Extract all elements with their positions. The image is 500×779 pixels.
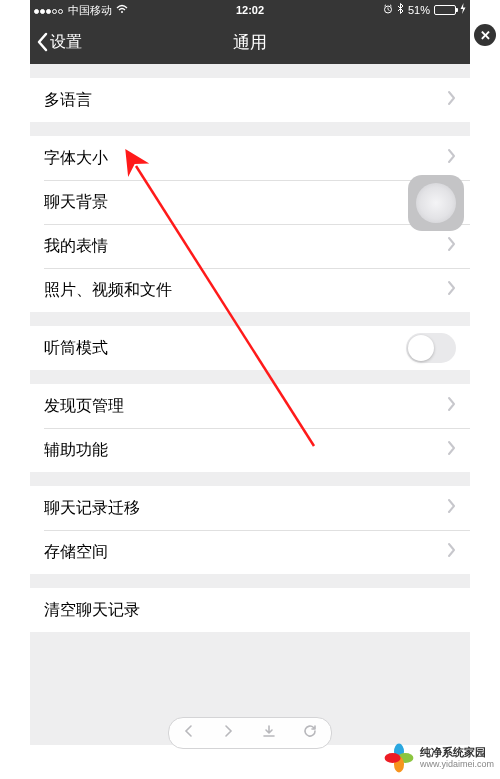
settings-row[interactable]: 发现页管理 [30,384,470,428]
settings-row-label: 聊天记录迁移 [44,498,447,519]
settings-row-label: 聊天背景 [44,192,447,213]
watermark-title: 纯净系统家园 [420,746,494,758]
alarm-icon [383,0,393,20]
svg-point-0 [121,11,123,13]
settings-row-label: 发现页管理 [44,396,447,417]
toggle-switch[interactable] [406,333,456,363]
chevron-right-icon [447,440,456,460]
settings-row[interactable]: 照片、视频和文件 [30,268,470,312]
battery-icon [434,5,456,15]
back-button[interactable]: 设置 [30,32,82,53]
back-label: 设置 [50,32,82,53]
nav-bar: 设置 通用 [30,20,470,64]
chevron-left-icon [36,32,48,52]
wifi-icon [116,0,128,20]
viewer-toolbar [168,717,332,749]
settings-group: 字体大小聊天背景我的表情照片、视频和文件 [30,136,470,312]
settings-row[interactable]: 聊天背景 [30,180,470,224]
settings-group: 聊天记录迁移存储空间 [30,486,470,574]
toolbar-next-button[interactable] [222,724,234,742]
settings-group: 听筒模式 [30,326,470,370]
carrier-label: 中国移动 [68,0,112,20]
chevron-right-icon [447,396,456,416]
settings-row-label: 清空聊天记录 [44,600,456,621]
bolt-icon [460,0,466,20]
watermark-url: www.yidaimei.com [420,758,494,770]
settings-row[interactable]: 辅助功能 [30,428,470,472]
phone-frame: 中国移动 12:02 51% [30,0,470,745]
battery-pct-label: 51% [408,0,430,20]
page-title: 通用 [30,31,470,54]
settings-row-label: 多语言 [44,90,447,111]
assistive-touch-icon [416,183,456,223]
signal-strength-icon [34,0,64,20]
toolbar-download-button[interactable] [262,724,276,742]
status-bar: 中国移动 12:02 51% [30,0,470,20]
chevron-right-icon [447,280,456,300]
toolbar-prev-button[interactable] [183,724,195,742]
settings-row-label: 我的表情 [44,236,447,257]
close-icon[interactable]: ✕ [474,24,496,46]
settings-row-label: 字体大小 [44,148,447,169]
settings-row[interactable]: 听筒模式 [30,326,470,370]
watermark: 纯净系统家园 www.yidaimei.com [384,743,494,773]
toolbar-refresh-button[interactable] [303,724,317,742]
chevron-right-icon [447,498,456,518]
settings-group: 发现页管理辅助功能 [30,384,470,472]
settings-group: 多语言 [30,78,470,122]
settings-group: 清空聊天记录 [30,588,470,632]
chevron-right-icon [447,542,456,562]
settings-row-label: 听筒模式 [44,338,406,359]
chevron-right-icon [447,90,456,110]
chevron-right-icon [447,236,456,256]
settings-row[interactable]: 字体大小 [30,136,470,180]
settings-row-label: 照片、视频和文件 [44,280,447,301]
bluetooth-icon [397,0,404,20]
settings-row[interactable]: 我的表情 [30,224,470,268]
settings-row-label: 存储空间 [44,542,447,563]
settings-row[interactable]: 多语言 [30,78,470,122]
settings-row[interactable]: 聊天记录迁移 [30,486,470,530]
settings-row-label: 辅助功能 [44,440,447,461]
settings-row[interactable]: 存储空间 [30,530,470,574]
watermark-logo-icon [384,743,414,773]
chevron-right-icon [447,148,456,168]
assistive-touch-button[interactable] [408,175,464,231]
settings-row[interactable]: 清空聊天记录 [30,588,470,632]
